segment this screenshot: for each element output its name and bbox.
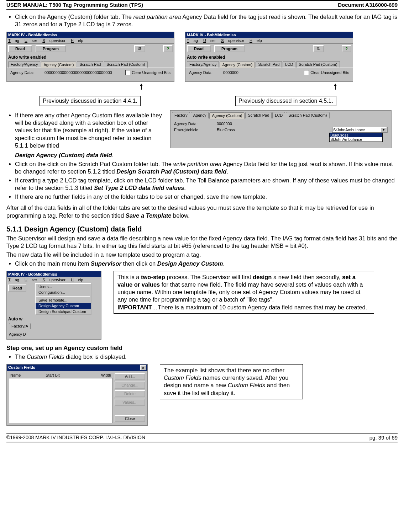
dropdown-option-stjohn[interactable]: StJohnAmbulance	[330, 137, 382, 142]
read-button[interactable]: Read	[187, 45, 211, 52]
bullet-1: Click on the Agency (Custom) folder tab.…	[15, 13, 398, 28]
supervisor-menu-popup: Users... Configuration... Save Template.…	[35, 283, 91, 315]
dropdown-option-bluecross[interactable]: BlueCross	[330, 133, 382, 137]
callout-451: Previously discussed in section 4.5.1.	[235, 96, 336, 106]
clear-unassigned-checkbox[interactable]: Clear Unassigned Bits	[304, 70, 349, 75]
agency-data-value-31: 0000000000000000000000000000000	[44, 70, 112, 75]
menu-bar: TTagag User Supervisor Help	[7, 38, 174, 44]
menu-bar: Tag User Supervisor Help	[185, 38, 353, 44]
tab-scratch-pad-custom[interactable]: Scratch Pad (Custom)	[286, 112, 329, 118]
callout-441: Previously discussed in section 4.4.1.	[40, 96, 141, 106]
sec511-p2: The new data file will be included in a …	[6, 251, 398, 259]
menu-help[interactable]: Help	[71, 278, 83, 282]
menu-tag[interactable]: Tag	[8, 278, 19, 282]
heading-step1: Step one, set up an Agency custom field	[6, 345, 398, 352]
program-button[interactable]: Program	[214, 45, 245, 52]
menu-tag[interactable]: Tag	[187, 38, 198, 43]
menu-item-users[interactable]: Users...	[36, 284, 91, 289]
program-button[interactable]: Program	[36, 45, 66, 52]
agency-data-value-7: 0000000	[223, 70, 238, 75]
menu-item-design-agency[interactable]: Design Agency Custom	[36, 303, 91, 309]
after-bullets-para: After all of the data fields in all of t…	[6, 204, 398, 219]
heading-511: 5.1.1 Design Agency (Custom) data field	[6, 225, 398, 233]
print-icon[interactable]: 🖶	[134, 45, 145, 52]
sec511-p1: The Supervisor will design and save a da…	[6, 235, 398, 250]
custom-fields-info-box: The example list shows that there are no…	[160, 364, 303, 399]
tab-scratch-pad[interactable]: Scratch Pad	[245, 112, 272, 118]
read-button[interactable]: Read	[8, 284, 26, 292]
tab-agency-custom[interactable]: Agency (Custom)	[209, 112, 245, 119]
emerg-vehicle-dropdown[interactable]: StJohnAmbulance ▼	[332, 127, 388, 133]
menu-supervisor[interactable]: Supervisor	[42, 278, 65, 282]
tab-factory[interactable]: Factory	[172, 112, 190, 118]
footer-left: ©1999-2008 MARK IV INDUSTRIES CORP. I.V.…	[6, 435, 145, 441]
menu-help[interactable]: Help	[71, 38, 83, 43]
tab-scratch-pad-custom[interactable]: Scratch Pad (Custom)	[104, 61, 147, 68]
values-button: Values...	[115, 399, 145, 406]
footer-right: pg. 39 of 69	[369, 435, 398, 441]
window-title: MARK IV - BobMiddlemiss	[7, 32, 174, 38]
auto-write-label: Auto write enabled	[7, 54, 174, 60]
page-header: USER MANUAL: T500 Tag Programming Statio…	[6, 0, 398, 10]
tab-scratch-pad[interactable]: Scratch Pad	[77, 61, 103, 68]
emerg-vehicle-label: EmergVehicle	[174, 128, 206, 132]
close-button[interactable]: Close	[115, 415, 145, 422]
bullet-2: If there are any other Agency Custom fil…	[15, 112, 163, 149]
header-left: USER MANUAL: T500 Tag Programming Statio…	[6, 2, 143, 8]
tab-scratch-pad[interactable]: Scratch Pad	[256, 61, 282, 68]
menu-item-config[interactable]: Configuration...	[36, 289, 91, 295]
menu-tag[interactable]: TTagag	[8, 38, 19, 43]
bullet-7: The Custom Fields dialog box is displaye…	[15, 353, 398, 361]
add-button[interactable]: Add...	[115, 373, 145, 380]
tab-agency-custom[interactable]: Agency (Custom)	[220, 62, 255, 68]
close-icon[interactable]: ×	[140, 365, 146, 370]
auto-write-label: Auto write enabled	[185, 54, 353, 60]
tab-agency-custom[interactable]: Agency (Custom)	[41, 62, 76, 68]
menu-bar: Tag User Supervisor Help	[7, 277, 101, 283]
app-window-iag: MARK IV - BobMiddlemiss TTagag User Supe…	[6, 32, 174, 82]
page-footer: ©1999-2008 MARK IV INDUSTRIES CORP. I.V.…	[6, 433, 398, 442]
agency-custom-panel: Factory Agency Agency (Custom) Scratch P…	[170, 110, 392, 148]
tab-lcd[interactable]: LCD	[283, 61, 295, 68]
tab-factory-agency[interactable]: Factory/Agency	[187, 61, 219, 68]
clear-unassigned-checkbox[interactable]: Clear Unassigned Bits	[125, 70, 170, 75]
menu-item-save-template[interactable]: Save Template...	[36, 297, 91, 303]
delete-button: Delete	[115, 390, 145, 397]
bullet-6: Click on the main menu item Supervisor t…	[15, 260, 398, 267]
window-title: MARK IV - BobMiddlemiss	[7, 271, 101, 277]
col-width: Width	[101, 373, 111, 377]
col-start-bit: Start Bit	[46, 373, 59, 377]
dialog-title: Custom Fields	[8, 365, 35, 370]
custom-fields-list[interactable]	[9, 378, 112, 423]
bullet-3: Click on the click on the Scratch Pad Cu…	[15, 160, 398, 175]
custom-fields-dialog: Custom Fields × Name Start Bit Width Add…	[6, 364, 148, 426]
menu-supervisor[interactable]: Supervisor	[42, 38, 65, 43]
tab-scratch-pad-custom[interactable]: Scratch Pad (Custom)	[296, 61, 340, 68]
menu-user[interactable]: User	[25, 278, 37, 282]
print-icon[interactable]: 🖶	[313, 45, 324, 52]
supervisor-menu-window: MARK IV - BobMiddlemiss Tag User Supervi…	[6, 271, 101, 340]
chevron-down-icon[interactable]: ▼	[381, 127, 387, 132]
col-name: Name	[10, 373, 21, 377]
menu-user[interactable]: User	[25, 38, 37, 43]
app-window-lcd: MARK IV - BobMiddlemiss Tag User Supervi…	[185, 32, 353, 82]
tab-agency[interactable]: Agency	[191, 112, 209, 118]
menu-help[interactable]: Help	[250, 38, 262, 43]
help-icon[interactable]: ?	[342, 45, 351, 52]
bullet-4: If creating a type 2 LCD tag template, c…	[15, 177, 398, 192]
agency-data-label: Agency Data:	[10, 70, 34, 75]
change-button: Change...	[115, 382, 145, 389]
bullet-5: If there are no further fields in any of…	[15, 193, 398, 201]
tab-lcd[interactable]: LCD	[272, 112, 285, 118]
menu-user[interactable]: User	[203, 38, 216, 43]
read-button[interactable]: Read	[8, 45, 32, 52]
menu-supervisor[interactable]: Supervisor	[221, 38, 244, 43]
dropdown-list[interactable]: BlueCross StJohnAmbulance	[329, 133, 383, 142]
help-icon[interactable]: ?	[163, 45, 173, 52]
agency-data-label: Agency Data:	[189, 70, 213, 75]
agency-data-label: Agency Data:	[174, 122, 206, 126]
two-step-info-box: This is a two-step process. The Supervis…	[114, 271, 374, 314]
emerg-vehicle-value: BlueCross	[217, 128, 235, 132]
tab-factory-agency[interactable]: Factory/Agency	[8, 61, 40, 68]
menu-item-design-scratch[interactable]: Design Scratchpad Custom	[36, 309, 91, 314]
